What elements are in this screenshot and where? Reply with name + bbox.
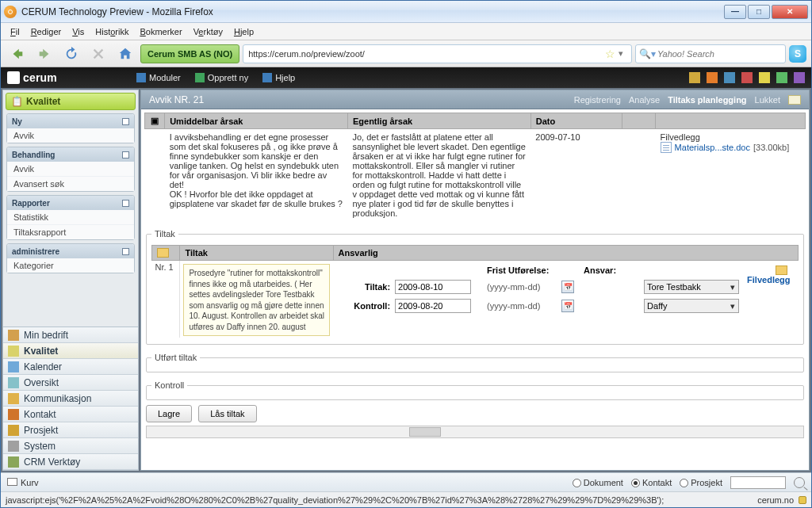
cerum-logo[interactable]: cerum <box>7 71 57 84</box>
forward-button[interactable] <box>33 43 56 65</box>
attachment-header: Filvedlegg <box>661 132 801 142</box>
sidebar-section-header[interactable]: Ny <box>7 114 134 128</box>
status-search-icon[interactable] <box>794 477 805 488</box>
radio-kontakt[interactable]: Kontakt <box>631 478 672 487</box>
sidebar-section-header[interactable]: Behandling <box>7 147 134 162</box>
radio-prosjekt[interactable]: Prosjekt <box>680 478 722 487</box>
menu-file[interactable]: Fil <box>6 25 25 38</box>
collapse-icon[interactable] <box>122 248 129 255</box>
tab-tiltaks-planlegging[interactable]: Tiltaks planlegging <box>668 95 746 105</box>
url-bar[interactable]: https://cerum.no/preview/zoot/ ☆ ▾ <box>243 44 632 63</box>
home-button[interactable] <box>113 43 137 65</box>
menu-history[interactable]: Historikk <box>90 25 133 38</box>
tab-registrering[interactable]: Registrering <box>574 95 621 105</box>
analysis-table: ▣ Umiddelbar årsak Egentlig årsak Dato I… <box>144 113 806 221</box>
bookmark-star-icon[interactable]: ☆ <box>605 48 615 60</box>
sidebar-section-header[interactable]: administrere <box>7 244 134 258</box>
page-content: ▣ Umiddelbar årsak Egentlig årsak Dato I… <box>141 109 809 470</box>
reload-button[interactable] <box>59 43 83 65</box>
url-dropdown-icon[interactable]: ▾ <box>615 48 626 59</box>
page-tabs: Registrering Analyse Tiltaks planlegging… <box>574 95 780 105</box>
kontroll-label-row2: Kontroll: <box>341 301 390 311</box>
navigation-toolbar: Cerum SMB AS (NO) https://cerum.no/previ… <box>1 40 811 67</box>
menu-view[interactable]: Vis <box>67 25 89 38</box>
sidebar-link-tiltaksrapport[interactable]: Tiltaksrapport <box>7 224 134 239</box>
collapse-icon[interactable] <box>122 200 129 207</box>
mainnav-prosjekt[interactable]: Prosjekt <box>3 422 138 438</box>
lagre-button[interactable]: Lagre <box>146 405 192 422</box>
stop-button[interactable] <box>86 43 110 65</box>
analysis-col-toggle[interactable]: ▣ <box>145 113 165 129</box>
search-bar[interactable]: 🔍▾ <box>635 44 786 63</box>
topbar-icon-7[interactable] <box>794 72 805 83</box>
site-identity-badge[interactable]: Cerum SMB AS (NO) <box>140 44 239 63</box>
mainnav-min-bedrift[interactable]: Min bedrift <box>3 327 138 343</box>
calendar-picker-icon[interactable]: 📅 <box>561 300 574 312</box>
skype-icon[interactable]: S <box>789 45 806 63</box>
radio-dokument[interactable]: Dokument <box>573 478 623 487</box>
mainnav-oversikt[interactable]: Oversikt <box>3 375 138 391</box>
tab-lukket[interactable]: Lukket <box>755 95 780 105</box>
collapse-icon[interactable] <box>122 118 129 125</box>
sidebar-section-header[interactable]: Rapporter <box>7 196 134 210</box>
topbar-icon-6[interactable] <box>776 72 787 83</box>
window-close-button[interactable]: ✕ <box>772 5 808 19</box>
sidebar-link-avvik2[interactable]: Avvik <box>7 162 134 176</box>
search-input[interactable] <box>657 49 782 59</box>
mainnav-kvalitet[interactable]: Kvalitet <box>3 343 138 359</box>
browser-status-bar: javascript:ejs('%2F%2A%25%2A%2Fvoid%28O%… <box>1 491 811 507</box>
topbar-icon-2[interactable] <box>707 72 718 83</box>
status-search-input[interactable] <box>730 476 786 489</box>
top-link-opprett-ny[interactable]: Opprett ny <box>195 73 248 82</box>
calendar-picker-icon[interactable]: 📅 <box>561 281 574 293</box>
window-maximize-button[interactable]: □ <box>748 5 770 19</box>
hjelp-icon <box>262 73 272 82</box>
mainnav-crm-verktoy[interactable]: CRM Verktøy <box>3 454 138 470</box>
sidebar-title[interactable]: 📋 Kvalitet <box>6 93 136 110</box>
mainnav-kommunikasjon[interactable]: Kommunikasjon <box>3 391 138 407</box>
mainnav-system[interactable]: System <box>3 438 138 454</box>
sidebar-link-avansert-sok[interactable]: Avansert søk <box>7 176 134 191</box>
mainnav-kontakt[interactable]: Kontakt <box>3 407 138 422</box>
window-minimize-button[interactable]: — <box>724 5 746 19</box>
mainnav-kalender[interactable]: Kalender <box>3 359 138 375</box>
tiltak-table: Tiltak Ansvarlig Nr. 1 Prosedyre "rutine… <box>151 245 799 338</box>
menu-tools[interactable]: Verktøy <box>189 25 228 38</box>
company-icon <box>8 330 19 341</box>
menu-help[interactable]: Hjelp <box>229 25 259 38</box>
tiltak-filvedlegg-link[interactable]: Filvedlegg <box>747 265 790 285</box>
tiltak-date-input[interactable] <box>395 280 471 294</box>
tiltak-col-doc[interactable] <box>152 246 180 261</box>
kontroll-date-input[interactable] <box>395 299 471 313</box>
search-engine-icon[interactable]: 🔍▾ <box>639 48 656 59</box>
app-top-bar: cerum Moduler Opprett ny Hjelp <box>1 67 811 88</box>
kontroll-ansvar-select[interactable]: Daffy <box>644 299 739 313</box>
horizontal-scrollbar[interactable] <box>146 426 804 438</box>
topbar-icon-4[interactable] <box>741 72 753 83</box>
back-button[interactable] <box>6 43 29 65</box>
tiltak-ansvar-select[interactable]: Tore Testbakk <box>644 280 739 294</box>
las-tiltak-button[interactable]: Lås tiltak <box>198 405 256 422</box>
tiltak-col-ansvarlig: Ansvarlig <box>333 246 798 261</box>
menu-edit[interactable]: Rediger <box>26 25 67 38</box>
sidebar-section-administrere: administrere Kategorier <box>6 243 135 273</box>
top-link-hjelp[interactable]: Hjelp <box>262 73 295 82</box>
attachment-item[interactable]: Materialsp...ste.doc [33.00kb] <box>661 142 801 153</box>
app-status-bar: Kurv Dokument Kontakt Prosjekt <box>1 472 811 491</box>
sidebar-link-avvik[interactable]: Avvik <box>7 128 134 143</box>
topbar-icon-3[interactable] <box>724 72 735 83</box>
menu-bookmarks[interactable]: Bokmerker <box>135 25 186 38</box>
page-title: Avvik NR. 21 <box>149 94 204 105</box>
utfort-tiltak-legend: Utført tiltak <box>151 353 200 362</box>
topbar-icon-5[interactable] <box>759 72 770 83</box>
topbar-icon-1[interactable] <box>689 72 700 83</box>
mail-icon[interactable] <box>788 95 801 105</box>
system-icon <box>8 441 19 452</box>
top-link-moduler[interactable]: Moduler <box>136 73 181 82</box>
analysis-col-attach <box>656 113 806 129</box>
collapse-icon[interactable] <box>122 151 129 159</box>
sidebar-link-statistikk[interactable]: Statistikk <box>7 210 134 224</box>
kurv-item[interactable]: Kurv <box>7 478 39 487</box>
tab-analyse[interactable]: Analyse <box>629 95 660 105</box>
sidebar-link-kategorier[interactable]: Kategorier <box>7 258 134 273</box>
